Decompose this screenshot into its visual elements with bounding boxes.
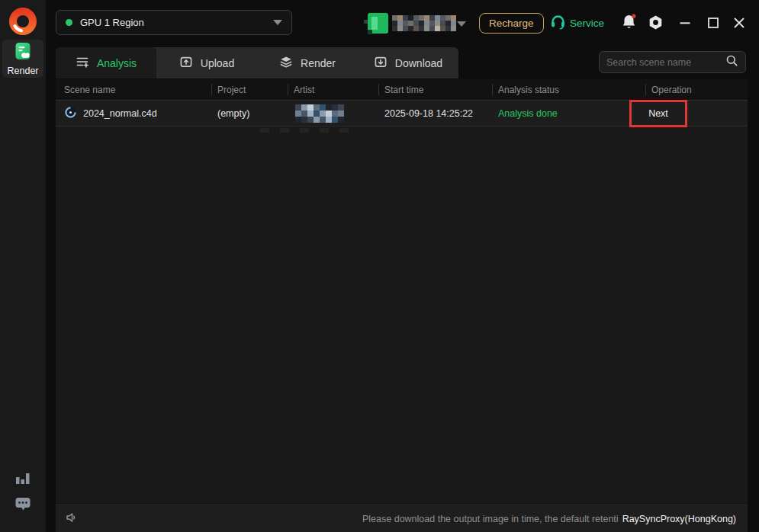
download-folder-icon bbox=[374, 55, 388, 72]
proxy-label[interactable]: RaySyncProxy(HongKong) bbox=[622, 514, 736, 524]
region-label: GPU 1 Region bbox=[80, 17, 144, 28]
tab-analysis-label: Analysis bbox=[97, 57, 137, 69]
feedback-chat-icon[interactable] bbox=[14, 496, 31, 515]
censored-artist bbox=[295, 104, 344, 123]
region-selector[interactable]: GPU 1 Region bbox=[56, 10, 292, 35]
sidebar: Render bbox=[0, 0, 46, 532]
footer-notice: Please download the output image in time… bbox=[362, 514, 619, 524]
service-label: Service bbox=[570, 18, 604, 29]
annotation-highlight-box: Next bbox=[629, 100, 687, 127]
c4d-file-icon bbox=[64, 106, 77, 121]
table-row[interactable]: 2024_normal.c4d (empty) 2025-09-18 14:25… bbox=[56, 100, 748, 127]
minimize-button[interactable] bbox=[678, 16, 692, 33]
scene-name: 2024_normal.c4d bbox=[83, 108, 157, 119]
header-scene-name: Scene name bbox=[56, 79, 211, 100]
tab-strip: Analysis Upload Render bbox=[56, 47, 458, 79]
search-icon[interactable] bbox=[725, 54, 738, 70]
notification-bell-icon[interactable] bbox=[621, 13, 638, 34]
maximize-button[interactable] bbox=[706, 16, 720, 33]
sidebar-item-render[interactable]: Render bbox=[2, 40, 43, 78]
tab-render[interactable]: Render bbox=[257, 47, 358, 79]
close-button[interactable] bbox=[732, 16, 746, 33]
analysis-list-icon bbox=[76, 55, 89, 72]
layers-icon bbox=[279, 55, 293, 72]
region-status-dot bbox=[66, 19, 72, 26]
tab-download[interactable]: Download bbox=[358, 47, 458, 79]
content-panel bbox=[56, 79, 748, 532]
render-app-icon bbox=[13, 41, 33, 64]
sidebar-render-label: Render bbox=[8, 66, 39, 76]
recharge-button[interactable]: Recharge bbox=[479, 13, 544, 34]
censored-username[interactable] bbox=[392, 15, 456, 31]
tab-download-label: Download bbox=[395, 57, 442, 69]
app-logo-icon bbox=[8, 7, 37, 36]
statistics-icon[interactable] bbox=[14, 471, 31, 489]
tab-upload-label: Upload bbox=[201, 57, 234, 69]
app-window: Render GPU 1 Region Recharg bbox=[0, 0, 759, 532]
search-box bbox=[599, 51, 746, 73]
project-value: (empty) bbox=[211, 101, 288, 126]
header-start-time: Start time bbox=[378, 79, 492, 100]
header-artist: Artist bbox=[288, 79, 378, 100]
tab-render-label: Render bbox=[301, 57, 336, 69]
analysis-status-value: Analysis done bbox=[492, 101, 645, 126]
mosaic-artifact bbox=[260, 128, 349, 133]
header-operation: Operation bbox=[645, 79, 748, 100]
chevron-down-icon bbox=[273, 20, 282, 25]
upload-folder-icon bbox=[179, 55, 193, 72]
header-project: Project bbox=[211, 79, 288, 100]
headset-icon bbox=[550, 14, 566, 33]
footer-bar: Please download the output image in time… bbox=[56, 505, 748, 532]
header-analysis-status: Analysis status bbox=[492, 79, 645, 100]
account-chevron-down-icon[interactable] bbox=[457, 21, 466, 27]
tab-upload[interactable]: Upload bbox=[156, 47, 257, 79]
service-button[interactable]: Service bbox=[550, 14, 604, 33]
wechat-avatar-icon[interactable] bbox=[368, 13, 388, 34]
settings-nut-icon[interactable] bbox=[648, 14, 664, 34]
announcement-volume-icon bbox=[65, 511, 79, 527]
table-header: Scene name Project Artist Start time Ana… bbox=[56, 79, 748, 100]
search-input[interactable] bbox=[606, 57, 725, 68]
next-button[interactable]: Next bbox=[648, 108, 668, 119]
start-time: 2025-09-18 14:25:22 bbox=[378, 101, 492, 126]
tab-analysis[interactable]: Analysis bbox=[56, 47, 156, 79]
